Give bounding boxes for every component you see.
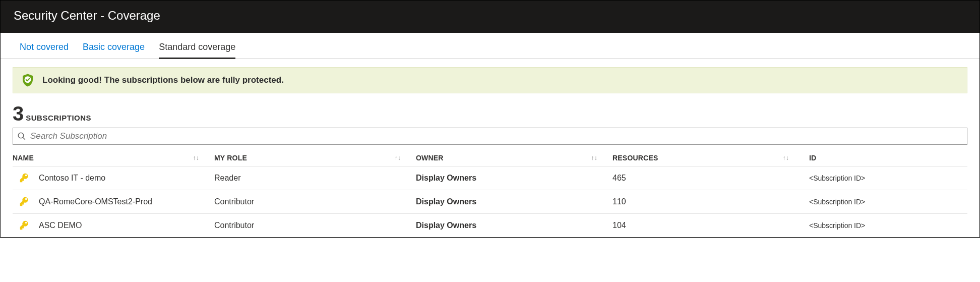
cell-role: Contributor <box>214 197 416 206</box>
subscription-count: 3 SUBSCRIPTIONS <box>1 93 979 126</box>
tabs: Not covered Basic coverage Standard cove… <box>1 33 979 59</box>
sort-icon[interactable]: ↑↓ <box>193 154 199 161</box>
page-title: Security Center - Coverage <box>1 1 979 33</box>
key-icon <box>19 220 30 231</box>
cell-name: QA-RomeCore-OMSTest2-Prod <box>39 197 152 206</box>
search-icon <box>17 132 26 141</box>
grid-header: NAME ↑↓ MY ROLE ↑↓ OWNER ↑↓ RESOURCES ↑↓… <box>13 154 967 166</box>
svg-line-2 <box>23 137 25 140</box>
status-banner: Looking good! The subscriptions below ar… <box>13 67 967 93</box>
tab-not-covered[interactable]: Not covered <box>20 42 69 59</box>
cell-resources: 110 <box>612 197 804 206</box>
sort-icon[interactable]: ↑↓ <box>591 154 597 161</box>
subscription-grid: NAME ↑↓ MY ROLE ↑↓ OWNER ↑↓ RESOURCES ↑↓… <box>13 154 967 237</box>
cell-resources: 104 <box>612 221 804 230</box>
col-header-resources[interactable]: RESOURCES <box>612 154 658 162</box>
count-label: SUBSCRIPTIONS <box>26 114 91 122</box>
col-header-role[interactable]: MY ROLE <box>214 154 247 162</box>
tab-basic-coverage[interactable]: Basic coverage <box>83 42 145 59</box>
table-row[interactable]: Contoso IT - demo Reader Display Owners … <box>13 166 967 190</box>
cell-name: ASC DEMO <box>39 221 82 230</box>
table-row[interactable]: ASC DEMO Contributor Display Owners 104 … <box>13 214 967 237</box>
search-box[interactable] <box>13 128 967 145</box>
sort-icon[interactable]: ↑↓ <box>783 154 789 161</box>
cell-role: Contributor <box>214 221 416 230</box>
display-owners-link[interactable]: Display Owners <box>416 197 476 206</box>
col-header-owner[interactable]: OWNER <box>416 154 444 162</box>
key-icon <box>19 196 30 207</box>
col-header-name[interactable]: NAME <box>13 154 34 162</box>
count-number: 3 <box>13 103 24 124</box>
cell-name: Contoso IT - demo <box>39 174 105 183</box>
display-owners-link[interactable]: Display Owners <box>416 174 476 182</box>
cell-role: Reader <box>214 174 416 183</box>
key-icon <box>19 173 30 184</box>
status-banner-text: Looking good! The subscriptions below ar… <box>42 75 284 85</box>
cell-id: <Subscription ID> <box>809 221 865 230</box>
display-owners-link[interactable]: Display Owners <box>416 221 476 230</box>
sort-icon[interactable]: ↑↓ <box>395 154 401 161</box>
cell-id: <Subscription ID> <box>809 174 865 182</box>
shield-check-icon <box>20 73 35 88</box>
tab-standard-coverage[interactable]: Standard coverage <box>159 42 235 59</box>
cell-resources: 465 <box>612 174 804 183</box>
table-row[interactable]: QA-RomeCore-OMSTest2-Prod Contributor Di… <box>13 190 967 214</box>
search-input[interactable] <box>30 131 963 141</box>
svg-point-1 <box>18 133 24 138</box>
cell-id: <Subscription ID> <box>809 198 865 206</box>
col-header-id[interactable]: ID <box>809 154 816 162</box>
